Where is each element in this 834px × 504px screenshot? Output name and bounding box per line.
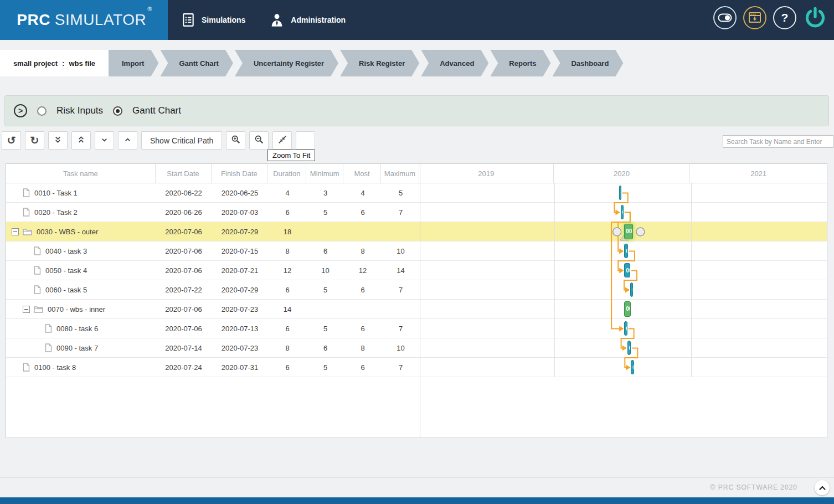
table-row[interactable]: 0040 - task 32020-07-062020-07-1586810 [6,241,827,261]
task-name-cell: 0020 - Task 2 [6,203,156,222]
undo-icon: ↺ [7,135,16,146]
redo-button[interactable]: ↻ [25,131,44,150]
column-header-start-date[interactable]: Start Date [156,164,212,183]
gantt-bar-label: 0070 - wbs - inner [625,302,630,316]
gantt-toolbar: ↺↻Show Critical Path [2,131,315,150]
collapse-expander[interactable] [12,228,19,235]
radio-gantt-chart[interactable] [113,106,122,116]
critical-path-button[interactable]: Show Critical Path [141,131,222,150]
gantt-bar-task[interactable]: 0100 - task 8 [631,360,634,374]
expand-all-button[interactable] [71,131,91,150]
collapse-all-button[interactable] [48,131,68,150]
gantt-bar-task[interactable]: 0090 - task 7 [627,341,631,355]
document-icon [45,324,52,333]
start-date-cell: 2020-06-22 [156,183,212,202]
zoom-to-fit-button[interactable] [272,131,292,150]
breadcrumb-tab-uncertainty-register[interactable]: Uncertainty Register [235,50,338,76]
task-table: Task nameStart DateFinish DateDurationMi… [6,163,827,438]
duration-cell: 8 [268,241,307,260]
search-input[interactable] [723,135,833,148]
project-file-label: small project : wbs file [0,50,109,76]
gantt-bar-task[interactable]: 0060 - task 5 [630,282,633,297]
table-row[interactable]: 0020 - Task 22020-06-262020-07-036567 [6,203,827,222]
gantt-bar-wbs[interactable]: 0030 - WBS - outer [624,224,633,239]
minimum-cell: 6 [307,338,344,357]
duration-cell: 6 [268,280,307,299]
brand-logo[interactable]: PRC SIMULATOR® [0,0,168,40]
column-header-maximum[interactable]: Maximum [381,164,419,183]
brand-suffix: SIMULATOR® [55,11,151,29]
table-row[interactable]: 0070 - wbs - inner2020-07-062020-07-2314 [6,300,827,319]
collapse-button[interactable] [95,131,114,150]
table-row[interactable]: 0080 - task 62020-07-062020-07-136567 [6,319,827,338]
task-name-label: 0010 - Task 1 [34,189,78,197]
radio-risk-inputs[interactable] [37,106,47,116]
collapse-all-icon [53,135,63,146]
table-row[interactable]: 0060 - task 52020-07-222020-07-296567 [6,280,827,300]
zoom-out-button[interactable] [249,131,269,150]
list-icon [182,13,195,27]
column-header-duration[interactable]: Duration [267,164,306,183]
maximum-cell [382,300,420,318]
gantt-bar-task[interactable]: 0080 - task 6 [624,321,627,336]
gantt-bar-label: 0080 - task 6 [625,322,626,336]
task-name-label: 0020 - Task 2 [34,208,78,217]
column-header-finish-date[interactable]: Finish Date [212,164,268,183]
collapse-expander[interactable] [23,306,30,313]
menu-administration[interactable]: Administration [270,12,346,28]
breadcrumb-tab-gantt-chart[interactable]: Gantt Chart [160,50,233,76]
project-separator: : [62,59,64,68]
task-name-label: 0080 - task 6 [56,325,98,333]
table-row[interactable]: 0030 - WBS - outer2020-07-062020-07-2918 [6,222,827,241]
task-name-cell: 0080 - task 6 [6,319,156,338]
collapse-timeline-button[interactable] [296,131,315,150]
export-window-icon[interactable] [743,6,766,29]
table-row[interactable]: 0050 - task 42020-07-062020-07-211210121… [6,261,827,280]
maximum-cell [382,222,420,241]
table-row[interactable]: 0010 - Task 12020-06-222020-06-254345 [6,183,827,203]
duration-cell: 18 [268,222,307,241]
column-header-minimum[interactable]: Minimum [306,164,343,183]
breadcrumb-tab-advanced[interactable]: Advanced [421,50,488,76]
document-icon [23,188,30,197]
gantt-bar-task[interactable]: 0050 - task 4 [624,263,630,277]
document-icon [23,363,30,372]
table-row[interactable]: 0100 - task 82020-07-242020-07-316567 [6,358,827,377]
most-cell [344,222,382,241]
task-name-label: 0050 - task 4 [45,266,87,275]
most-cell: 12 [344,261,382,280]
duration-cell: 4 [268,183,307,202]
breadcrumb-tab-import[interactable]: Import [109,50,158,76]
scroll-top-button[interactable] [815,480,830,495]
finish-date-cell: 2020-07-21 [212,261,268,280]
breadcrumb-tab-reports[interactable]: Reports [490,50,550,76]
column-header-task-name[interactable]: Task name [6,164,156,183]
gantt-bar-task[interactable]: 0010 - Task 1 [619,186,621,200]
expand-icon [123,135,132,146]
menu-simulations[interactable]: Simulations [182,13,245,27]
expand-button[interactable] [118,131,137,150]
grid-gantt-splitter[interactable] [420,164,420,438]
help-icon[interactable]: ? [773,6,796,29]
folder-icon [34,306,43,313]
most-cell [344,300,382,318]
gantt-bar-task[interactable]: 0040 - task 3 [624,244,628,258]
breadcrumb-tab-risk-register[interactable]: Risk Register [340,50,419,76]
toggle-icon[interactable] [713,6,737,29]
most-cell: 6 [344,280,382,299]
gantt-bar-label: 0100 - task 8 [631,361,633,374]
column-header-most[interactable]: Most [343,164,381,183]
maximum-cell: 14 [382,261,420,280]
table-row[interactable]: 0090 - task 72020-07-142020-07-2386810 [6,338,827,358]
breadcrumb-tab-dashboard[interactable]: Dashboard [552,50,623,76]
start-date-cell: 2020-07-24 [156,358,212,377]
year-header-2019: 2019 [419,164,554,183]
document-icon [34,266,41,275]
gantt-bar-task[interactable]: 0020 - Task 2 [621,205,624,219]
undo-button[interactable]: ↺ [2,131,21,150]
zoom-in-button[interactable] [226,131,245,150]
chevron-right-circle-icon[interactable]: > [14,104,27,117]
power-icon[interactable] [803,6,827,30]
gantt-bar-wbs[interactable]: 0070 - wbs - inner [624,301,631,317]
gantt-bar-label: 0050 - task 4 [625,264,630,277]
